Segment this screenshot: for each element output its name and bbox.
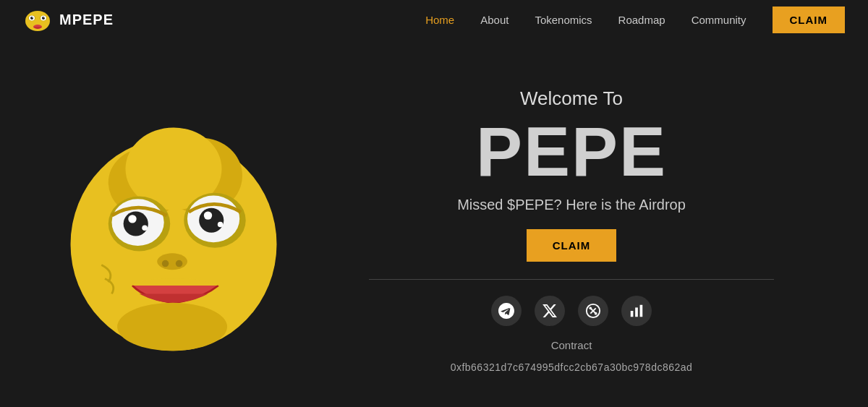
nav-tokenomics[interactable]: Tokenomics: [535, 14, 592, 26]
contract-address: 0xfb66321d7c674995dfcc2cb67a30bc978dc862…: [451, 361, 693, 373]
main-content: Welcome To PEPE Missed $PEPE? Here is th…: [0, 39, 868, 407]
logo-text: MPEPE: [59, 12, 114, 28]
contract-label: Contract: [551, 339, 592, 351]
hero-welcome-text: Welcome To: [520, 87, 623, 110]
nav-home[interactable]: Home: [425, 14, 454, 26]
svg-point-20: [128, 215, 136, 223]
social-icons: [491, 296, 652, 326]
logo[interactable]: MPEPE: [23, 5, 114, 34]
nav-community[interactable]: Community: [692, 14, 746, 26]
svg-point-19: [199, 207, 224, 232]
svg-point-25: [162, 260, 169, 267]
pepe-image-container: [29, 53, 318, 407]
pepe-illustration: [51, 93, 297, 368]
svg-point-22: [204, 211, 212, 219]
svg-point-29: [590, 307, 592, 310]
logo-icon: [23, 5, 52, 34]
hero-title: PEPE: [476, 117, 667, 187]
hero-subtitle: Missed $PEPE? Here is the Airdrop: [457, 197, 686, 213]
svg-rect-32: [635, 307, 638, 317]
svg-point-7: [32, 17, 33, 17]
svg-point-26: [176, 260, 183, 267]
uniswap-icon[interactable]: [578, 296, 608, 326]
nav-claim-button[interactable]: CLAIM: [773, 7, 846, 33]
hero-claim-button[interactable]: CLAIM: [527, 229, 617, 262]
svg-rect-33: [640, 305, 643, 317]
svg-point-30: [595, 312, 597, 315]
divider: [369, 279, 774, 280]
svg-point-24: [157, 253, 187, 270]
svg-point-23: [218, 221, 224, 227]
navbar: MPEPE Home About Tokenomics Roadmap Comm…: [0, 0, 868, 39]
nav-roadmap[interactable]: Roadmap: [618, 14, 665, 26]
svg-point-8: [43, 17, 44, 17]
svg-point-21: [142, 225, 148, 231]
hero-section: Welcome To PEPE Missed $PEPE? Here is th…: [318, 87, 868, 373]
svg-rect-31: [631, 311, 634, 317]
twitter-icon[interactable]: [535, 296, 565, 326]
nav-links: Home About Tokenomics Roadmap Community …: [425, 7, 845, 33]
chart-icon[interactable]: [621, 296, 652, 326]
telegram-icon[interactable]: [491, 296, 522, 326]
svg-point-27: [117, 302, 227, 351]
svg-point-18: [124, 211, 148, 236]
nav-about[interactable]: About: [480, 14, 509, 26]
